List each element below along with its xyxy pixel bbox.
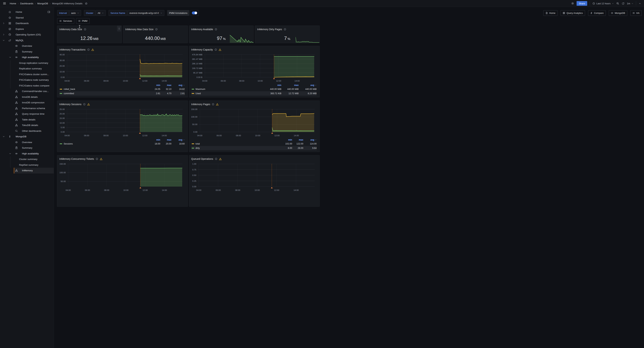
sidebar-item-inmemory[interactable]: InMemory: [0, 168, 54, 174]
sidebar-item-replset-summary[interactable]: ReplSet summary: [0, 162, 54, 168]
legend-series-Maximum[interactable]: Maximum: [191, 88, 264, 90]
sidebar-item-replication-summary[interactable]: Replication summary: [0, 66, 54, 72]
favorite-star-icon[interactable]: [85, 2, 88, 5]
warning-icon[interactable]: [100, 158, 102, 160]
info-icon[interactable]: [84, 28, 86, 30]
warning-icon[interactable]: [219, 158, 222, 160]
warning-icon[interactable]: [216, 103, 218, 106]
sidebar-item-other-dashboards[interactable]: Other dashboards: [0, 128, 54, 134]
interval-select[interactable]: auto: [69, 10, 81, 16]
info-icon[interactable]: [215, 158, 217, 160]
svg-text:06:00: 06:00: [84, 134, 89, 136]
cluster-label[interactable]: Cluster: [84, 10, 95, 16]
sidebar-item-pxc-galera-cluster-summ[interactable]: PXC/Galera cluster summ...: [0, 72, 54, 77]
sidebar-item-mysql[interactable]: MySQL: [0, 38, 54, 43]
info-icon[interactable]: [212, 103, 214, 106]
sidebar-item-tokudb-details[interactable]: TokuDB details: [0, 122, 54, 128]
legend-series-Used[interactable]: Used: [191, 92, 264, 95]
sidebar-item-starred[interactable]: Starred: [0, 15, 54, 21]
sidebar-item-operating-system-os[interactable]: Operating System (OS): [0, 32, 54, 38]
sidebar-item-overview[interactable]: Overview: [0, 43, 54, 49]
interval-label[interactable]: Interval: [57, 10, 69, 16]
legend-series-dirty[interactable]: dirty: [191, 147, 281, 149]
sidebar-item-high-availability[interactable]: High availability: [0, 54, 54, 60]
service-name-label[interactable]: Service Name: [108, 10, 127, 16]
warning-icon[interactable]: [87, 103, 90, 106]
sidebar-item-overview[interactable]: Overview: [0, 140, 54, 145]
sidebar-item-query-response-time[interactable]: Query response time: [0, 111, 54, 117]
chevron-right-icon[interactable]: [2, 34, 5, 36]
legend-series-total[interactable]: total: [191, 142, 281, 145]
sidebar-item-group-replication-summary[interactable]: Group replication summary: [0, 60, 54, 66]
panel-title[interactable]: InMemory Available: [191, 28, 213, 31]
panel-title[interactable]: InMemory Max Data Size: [125, 28, 154, 31]
menu-toggle-icon[interactable]: [3, 2, 6, 5]
chevron-down-icon[interactable]: [2, 39, 5, 42]
chevron-down-icon[interactable]: [9, 56, 11, 58]
legend-series-Sessions[interactable]: Sessions: [59, 142, 149, 145]
legend-sort-min[interactable]: min: [149, 138, 160, 141]
legend-sort-max[interactable]: max: [160, 84, 172, 86]
sidebar-item-cluster-summary[interactable]: Cluster summary: [0, 156, 54, 162]
panel-title[interactable]: InMemory Dirty Pages: [257, 28, 282, 31]
sidebar-item-innodb-details[interactable]: InnoDB details: [0, 94, 54, 100]
info-icon[interactable]: [83, 103, 86, 106]
sidebar-item-summary[interactable]: Summary: [0, 145, 54, 151]
sidebar-item-pxc-galera-node-summary[interactable]: PXC/Galera node summary: [0, 77, 54, 83]
info-icon[interactable]: [96, 158, 98, 160]
legend-sort-avg[interactable]: avg: [172, 138, 185, 141]
info-icon[interactable]: [214, 48, 217, 51]
services-button[interactable]: Services: [57, 18, 74, 24]
sidebar-item-summary[interactable]: Summary: [0, 49, 54, 55]
cluster-select[interactable]: All: [96, 10, 106, 16]
panel-title[interactable]: InMemory Capacity: [191, 48, 213, 51]
sidebar-item-home[interactable]: Home: [0, 9, 54, 15]
info-icon[interactable]: [284, 28, 286, 30]
sidebar-item-pxc-galera-nodes-compare[interactable]: PXC/Galera nodes compare: [0, 83, 54, 88]
warning-icon[interactable]: [218, 48, 221, 51]
legend-sort-avg[interactable]: avg: [299, 84, 316, 86]
panel-title[interactable]: InMemory Transactions: [59, 48, 86, 51]
legend-series-rolled_back[interactable]: rolled_back: [59, 88, 149, 90]
service-name-select[interactable]: everest-mongodb-w2g-rs0-0: [128, 10, 164, 16]
legend-sort-min[interactable]: min: [149, 84, 160, 86]
legend-sort-max[interactable]: max: [281, 84, 299, 86]
info-icon[interactable]: [87, 48, 90, 51]
warning-icon[interactable]: [91, 48, 94, 51]
sidebar-item-dashboards[interactable]: Dashboards: [0, 20, 54, 26]
chevron-down-icon[interactable]: [9, 152, 11, 155]
legend-series-committed[interactable]: committed: [59, 92, 149, 95]
sidebar-item-innodb-compression[interactable]: InnoDB compression: [0, 100, 54, 106]
panel-title[interactable]: InMemory Pages: [191, 103, 210, 106]
sidebar-item-explore[interactable]: Explore: [0, 26, 54, 32]
pmm-annotations-toggle[interactable]: [190, 10, 199, 16]
legend-sort-min[interactable]: min: [264, 84, 281, 86]
panel-title[interactable]: InMemory Sessions: [59, 103, 82, 106]
info-icon[interactable]: [215, 28, 217, 30]
legend-sort-max[interactable]: max: [292, 138, 303, 141]
panel-title[interactable]: Queued Operations: [191, 158, 213, 160]
panel-right-icon[interactable]: [48, 10, 50, 13]
svg-text:12:00: 12:00: [142, 80, 148, 82]
panel-title[interactable]: InMemory Concurrency Tickets: [59, 158, 94, 160]
sidebar-item-mongodb[interactable]: MongoDB: [0, 134, 54, 140]
pmm-button[interactable]: PMM: [76, 18, 90, 24]
sidebar-item-high-availability[interactable]: High availability: [0, 151, 54, 156]
sidebar-item-command-handler-cou[interactable]: Command/Handler cou...: [0, 88, 54, 94]
panel-title[interactable]: InMemory Data Size: [59, 28, 82, 31]
breadcrumb-home[interactable]: Home: [10, 2, 16, 5]
breadcrumb-mongodb[interactable]: MongoDB: [38, 2, 48, 5]
sidebar-item-table-details[interactable]: Table details: [0, 117, 54, 122]
sidebar-item-performance-schema[interactable]: Performance schema: [0, 106, 54, 111]
svg-text:381.47 MiB: 381.47 MiB: [192, 58, 202, 60]
breadcrumb-dashboards[interactable]: Dashboards: [20, 2, 33, 5]
legend-sort-avg[interactable]: avg: [303, 138, 316, 141]
legend-sort-max[interactable]: max: [160, 138, 172, 141]
panel-inmemory-dirty-pages: InMemory Dirty Pages 7%: [255, 26, 320, 43]
info-icon[interactable]: [155, 28, 158, 30]
panel-menu-kebab[interactable]: [117, 26, 121, 32]
legend-sort-avg[interactable]: avg: [172, 84, 185, 86]
chevron-down-icon[interactable]: [2, 135, 5, 138]
chevron-right-icon[interactable]: [2, 22, 5, 24]
legend-sort-min[interactable]: min: [281, 138, 292, 141]
